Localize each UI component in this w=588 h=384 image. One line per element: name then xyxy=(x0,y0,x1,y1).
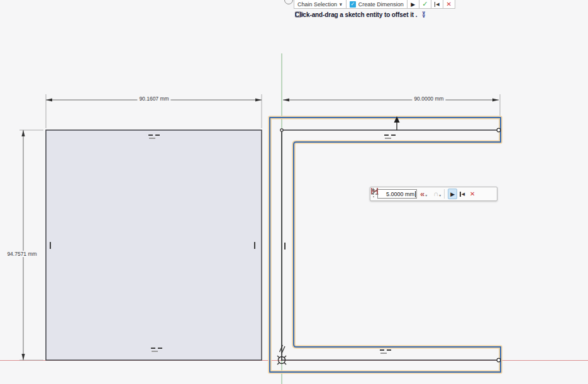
dimension-channel-width xyxy=(283,94,500,116)
skip-to-start-button[interactable]: ◀ xyxy=(431,0,443,9)
check-icon: ✓ xyxy=(422,0,428,8)
text-caret xyxy=(415,191,416,197)
play-icon: ▶ xyxy=(411,1,415,8)
check-icon: ✓ xyxy=(350,1,355,8)
origin-icon[interactable] xyxy=(277,356,286,365)
sketch-rectangle[interactable] xyxy=(46,130,262,360)
play-button[interactable]: ▶ xyxy=(407,0,419,9)
status-message: Click-and-drag a sketch entity to offset… xyxy=(295,11,417,18)
expand-chevron-icon[interactable]: ∨ ∨ xyxy=(421,12,426,18)
chevron-down-icon: ▾ xyxy=(425,193,427,197)
close-icon: ✕ xyxy=(447,1,452,8)
sketch-canvas xyxy=(0,0,588,384)
corner-chevrons-icon: « xyxy=(420,190,424,197)
video-icon[interactable] xyxy=(295,11,304,18)
sketch-channel[interactable] xyxy=(282,130,499,360)
skip-to-start-button[interactable]: ◀ xyxy=(457,189,467,199)
skip-to-start-icon: ◀ xyxy=(460,192,465,197)
corner-type-button[interactable]: « ▾ xyxy=(420,190,427,197)
chain-selection-dropdown[interactable]: Chain Selection ∨ xyxy=(294,0,347,9)
arc-cap-button[interactable]: ∩ ▾ xyxy=(433,190,441,197)
offset-distance-value: 5.0000 mm xyxy=(386,191,414,197)
end-cap-icon xyxy=(370,187,379,195)
create-dimension-label: Create Dimension xyxy=(358,1,404,8)
arc-icon: ∩ xyxy=(433,190,438,197)
skip-to-start-icon: ◀ xyxy=(435,2,440,7)
offset-tool-toolbar: Chain Selection ∨ ✓ Create Dimension ▶ ✓… xyxy=(294,0,455,9)
offset-preview-outline[interactable] xyxy=(270,118,501,372)
chevron-down-icon: ∨ xyxy=(339,2,343,7)
separator xyxy=(444,189,445,199)
dimension-label-rect-width[interactable]: 90.1607 mm xyxy=(137,96,170,102)
midpoint-tick xyxy=(254,242,255,249)
midpoint-tick xyxy=(284,243,286,250)
chain-selection-label: Chain Selection xyxy=(297,1,337,8)
equal-constraint-icon xyxy=(384,134,396,140)
dimension-label-rect-height[interactable]: 94.7571 mm xyxy=(5,251,38,257)
offset-distance-dialog: 5.0000 mm « ▾ ∩ ▾ ▶ ◀ xyxy=(370,187,497,201)
cancel-button[interactable]: ✕ xyxy=(467,189,477,199)
dimension-rect-height xyxy=(19,130,43,360)
dimension-label-channel-width[interactable]: 90.0000 mm xyxy=(412,96,445,102)
sketch-endpoints xyxy=(280,128,501,362)
cad-sketch-viewport: 90.1607 mm 90.0000 mm 94.7571 mm Chain S… xyxy=(0,0,588,384)
play-button[interactable]: ▶ xyxy=(448,189,457,199)
equal-constraint-icon xyxy=(380,349,391,354)
create-dimension-option[interactable]: ✓ Create Dimension xyxy=(346,0,408,9)
close-icon: ✕ xyxy=(470,190,475,197)
play-icon: ▶ xyxy=(450,191,455,197)
status-bar: Click-and-drag a sketch entity to offset… xyxy=(295,11,426,18)
midpoint-tick xyxy=(50,242,51,249)
equal-constraint-icon xyxy=(148,134,160,140)
accept-button[interactable]: ✓ xyxy=(419,0,431,9)
create-dimension-checkbox[interactable]: ✓ xyxy=(350,1,356,8)
chevron-down-icon: ▾ xyxy=(439,193,441,197)
offset-distance-input[interactable]: 5.0000 mm xyxy=(377,189,417,199)
equal-constraint-icon xyxy=(151,348,162,353)
cancel-button[interactable]: ✕ xyxy=(443,0,455,9)
